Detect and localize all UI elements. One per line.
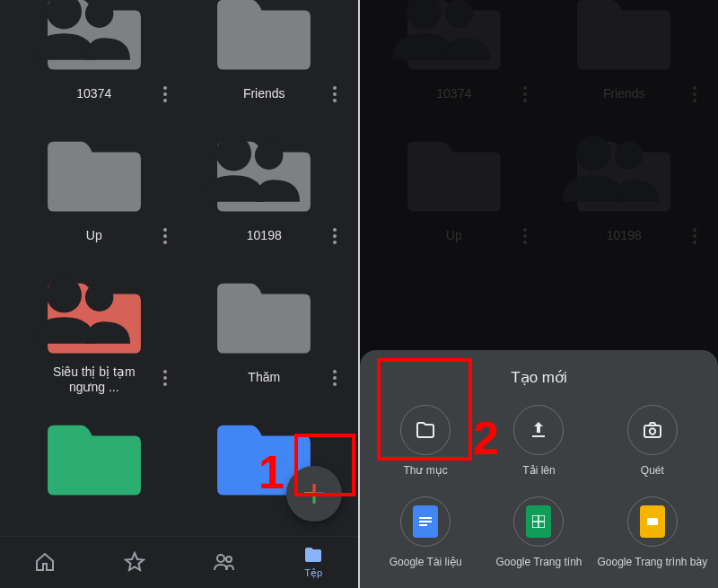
- sheet-item-label: Google Trang tính: [495, 556, 582, 568]
- more-options-icon[interactable]: [326, 85, 344, 103]
- create-new-sheet: Tạo mới Thư mục Tải lên Quét Go: [360, 350, 718, 588]
- sheet-item-label: Thư mục: [403, 464, 447, 477]
- panel-left: 10374 Friends Up: [0, 0, 358, 588]
- more-options-icon[interactable]: [326, 227, 344, 245]
- folder-item[interactable]: 10374: [9, 0, 180, 108]
- folder-name: Siêu thị bị tạm ngưng ...: [36, 364, 153, 395]
- shared-icon: [29, 0, 135, 67]
- bottom-nav: Tệp: [0, 536, 358, 588]
- folder-outline-icon: [415, 419, 436, 441]
- google-docs-button[interactable]: Google Tài liệu: [369, 496, 482, 568]
- panel-right: 10374 Friends Up: [360, 0, 718, 588]
- more-options-icon[interactable]: [326, 369, 344, 387]
- sheet-title: Tạo mới: [369, 368, 709, 387]
- sheets-icon: [526, 505, 551, 538]
- slides-icon: [640, 505, 665, 538]
- sheet-item-label: Google Tài liệu: [390, 556, 462, 568]
- star-icon: [124, 551, 145, 573]
- folder-name: Thăm: [248, 370, 280, 385]
- folder-item[interactable]: Friends: [180, 0, 350, 108]
- google-sheets-button[interactable]: Google Trang tính: [482, 496, 595, 568]
- folder-item[interactable]: Siêu thị bị tạm ngưng ...: [9, 275, 180, 391]
- plus-icon: [302, 482, 326, 505]
- folder-item[interactable]: Thăm: [180, 275, 350, 391]
- nav-files[interactable]: Tệp: [302, 544, 324, 579]
- docs-icon: [413, 505, 438, 538]
- nav-home[interactable]: [34, 551, 56, 573]
- add-button[interactable]: [286, 466, 342, 522]
- folder-icon: [211, 275, 317, 360]
- folder-icon: [302, 544, 324, 566]
- folder-name: 10198: [247, 228, 282, 243]
- sheet-item-label: Tải lên: [522, 464, 555, 477]
- nav-shared[interactable]: [213, 551, 234, 573]
- more-options-icon[interactable]: [156, 227, 174, 245]
- sheet-grid: Thư mục Tải lên Quét Google Tài liệu Goo: [369, 405, 709, 568]
- folder-icon: [211, 0, 317, 76]
- shared-icon: [29, 266, 135, 351]
- folder-name: Up: [86, 228, 102, 243]
- upload-button[interactable]: Tải lên: [482, 405, 595, 477]
- folder-grid: 10374 Friends Up: [0, 0, 358, 533]
- side-by-side-container: 10374 Friends Up: [0, 0, 718, 588]
- folder-icon: [211, 133, 317, 218]
- sheet-item-label: Google Trang trình bày: [597, 556, 707, 568]
- people-icon: [213, 551, 234, 573]
- more-options-icon[interactable]: [156, 369, 174, 387]
- camera-icon: [642, 419, 663, 441]
- folder-item[interactable]: Up: [9, 133, 180, 250]
- folder-icon: [41, 417, 147, 502]
- shared-icon: [198, 124, 304, 209]
- folder-item[interactable]: [9, 417, 180, 533]
- create-folder-button[interactable]: Thư mục: [369, 405, 482, 477]
- more-options-icon[interactable]: [156, 85, 174, 103]
- nav-starred[interactable]: [124, 551, 145, 573]
- upload-icon: [528, 419, 549, 441]
- folder-item[interactable]: 10198: [180, 133, 350, 250]
- folder-icon: [41, 275, 147, 360]
- nav-files-label: Tệp: [304, 567, 322, 579]
- home-icon: [34, 551, 56, 573]
- scan-button[interactable]: Quét: [596, 405, 709, 477]
- google-slides-button[interactable]: Google Trang trình bày: [596, 496, 709, 568]
- folder-icon: [41, 0, 147, 76]
- sheet-item-label: Quét: [641, 464, 664, 477]
- folder-icon: [41, 133, 147, 218]
- folder-name: Friends: [243, 86, 285, 101]
- folder-name: 10374: [76, 86, 111, 101]
